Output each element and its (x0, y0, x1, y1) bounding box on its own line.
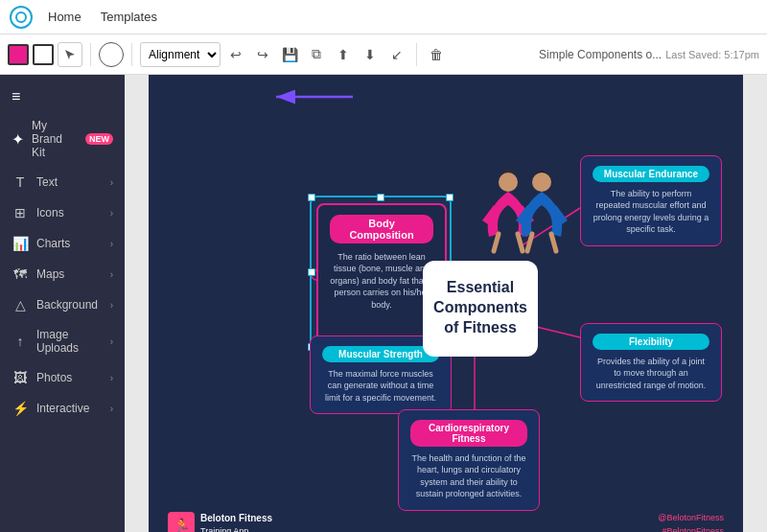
image-uploads-icon: ↑ (12, 334, 29, 349)
hamburger-icon[interactable]: ≡ (12, 88, 20, 105)
save-button[interactable]: 💾 (278, 43, 301, 66)
photos-icon: 🖼 (12, 370, 29, 385)
filename-label: Simple Components o... (539, 48, 662, 61)
muscular-endurance-title: Muscular Endurance (593, 166, 709, 182)
text-icon: T (12, 174, 29, 190)
handle-tl[interactable] (308, 194, 315, 201)
sidebar-interactive-label: Interactive (36, 402, 103, 415)
separator-3 (416, 43, 417, 66)
sidebar: ≡ ✦ My Brand Kit NEW T Text › ⊞ Icons › … (0, 75, 125, 532)
svg-point-9 (532, 173, 551, 192)
body-composition-body: The ratio between lean tissue (bone, mus… (330, 251, 433, 312)
social-hashtag: #BelotonFitness (658, 524, 724, 532)
flexibility-card[interactable]: Flexibility Provides the ability of a jo… (580, 323, 722, 403)
brand-kit-label: My Brand Kit (32, 119, 78, 159)
muscular-endurance-body: The ability to perform repeated muscular… (593, 188, 709, 236)
move-down-button[interactable]: ⬇ (359, 43, 382, 66)
brand-kit-icon: ✦ (12, 130, 24, 149)
sidebar-item-brand-kit[interactable]: ✦ My Brand Kit NEW (0, 111, 125, 167)
charts-icon: 📊 (12, 236, 29, 251)
social-handle: @BelotonFitness (658, 511, 724, 524)
brand-name: Beloton Fitness (200, 512, 272, 525)
toolbar: Alignment ↩ ↪ 💾 ⧉ ⬆ ⬇ ↙ 🗑 Simple Compone… (0, 35, 767, 75)
center-node-text: EssentialComponentsof Fitness (433, 278, 527, 337)
alignment-select[interactable]: Alignment (140, 42, 221, 67)
separator-1 (90, 43, 91, 66)
brand-icon: 🏃 (168, 512, 195, 533)
interactive-icon: ⚡ (12, 401, 29, 416)
muscular-strength-title: Muscular Strength (322, 346, 439, 362)
saved-label: Last Saved: 5:17pm (665, 49, 759, 60)
cardiorespiratory-card[interactable]: Cardiorespiratory Fitness The health and… (398, 409, 540, 511)
chevron-icon-uploads: › (110, 336, 113, 347)
pointer-tool[interactable] (58, 42, 82, 67)
main-area: ≡ ✦ My Brand Kit NEW T Text › ⊞ Icons › … (0, 75, 767, 532)
sidebar-item-background[interactable]: △ Background › (0, 289, 125, 320)
delete-button[interactable]: 🗑 (425, 43, 448, 66)
sidebar-item-photos[interactable]: 🖼 Photos › (0, 362, 125, 393)
body-composition-title: Body Composition (330, 215, 433, 243)
sidebar-item-image-uploads[interactable]: ↑ Image Uploads › (0, 320, 125, 362)
sidebar-uploads-label: Image Uploads (36, 328, 103, 355)
cardiorespiratory-title: Cardiorespiratory Fitness (410, 420, 527, 447)
move-up-button[interactable]: ⬆ (332, 43, 355, 66)
infographic-footer: 🏃 Beloton Fitness Training App @BelotonF… (149, 511, 743, 532)
fill-color-swatch[interactable] (8, 44, 29, 65)
muscular-strength-body: The maximal force muscles can generate w… (322, 368, 439, 405)
separator-2 (131, 43, 132, 66)
handle-ml[interactable] (308, 268, 315, 276)
purple-arrow-indicator (267, 82, 362, 111)
app-logo (10, 6, 33, 29)
svg-point-8 (499, 173, 518, 192)
move-back-button[interactable]: ↙ (385, 43, 408, 66)
sidebar-item-text[interactable]: T Text › (0, 167, 125, 197)
brand-text: Beloton Fitness Training App (200, 512, 272, 532)
maps-icon: 🗺 (12, 266, 29, 282)
infographic[interactable]: Body Composition The ratio between lean … (149, 75, 743, 532)
nav-home[interactable]: Home (44, 8, 85, 26)
chevron-icon-maps: › (110, 269, 113, 280)
sidebar-text-label: Text (36, 175, 103, 189)
handle-tm[interactable] (377, 194, 384, 201)
sidebar-item-charts[interactable]: 📊 Charts › (0, 228, 125, 259)
redo-button[interactable]: ↪ (251, 43, 274, 66)
yoga-figures (465, 165, 580, 251)
flexibility-title: Flexibility (593, 334, 709, 350)
sidebar-background-label: Background (36, 298, 103, 312)
sidebar-header: ≡ (0, 82, 125, 111)
muscular-endurance-card[interactable]: Muscular Endurance The ability to perfor… (580, 155, 722, 246)
new-badge: NEW (85, 133, 113, 145)
chevron-icon-charts: › (110, 239, 113, 249)
center-node: EssentialComponentsof Fitness (423, 261, 538, 357)
copy-button[interactable]: ⧉ (305, 43, 328, 66)
sidebar-item-interactive[interactable]: ⚡ Interactive › (0, 393, 125, 424)
stroke-color-swatch[interactable] (33, 44, 54, 65)
sidebar-item-icons[interactable]: ⊞ Icons › (0, 197, 125, 228)
circle-tool[interactable] (99, 42, 124, 67)
sidebar-icons-label: Icons (36, 206, 103, 220)
social-links: @BelotonFitness #BelotonFitness (658, 511, 724, 532)
chevron-icon-interactive: › (110, 404, 113, 414)
chevron-icon-photos: › (110, 373, 113, 383)
flexibility-body: Provides the ability of a joint to move … (593, 356, 709, 392)
top-bar: Home Templates (0, 0, 767, 35)
nav-templates[interactable]: Templates (97, 8, 161, 26)
undo-button[interactable]: ↩ (224, 43, 247, 66)
sidebar-item-maps[interactable]: 🗺 Maps › (0, 259, 125, 289)
sidebar-charts-label: Charts (36, 237, 103, 250)
sidebar-photos-label: Photos (36, 371, 103, 384)
sidebar-maps-label: Maps (36, 267, 103, 281)
icons-icon: ⊞ (12, 205, 29, 220)
handle-tr[interactable] (446, 194, 453, 201)
canvas-area[interactable]: Body Composition The ratio between lean … (125, 75, 767, 532)
background-icon: △ (12, 297, 29, 312)
chevron-icon-text: › (110, 177, 113, 188)
brand-subtitle: Training App (200, 525, 272, 532)
cardiorespiratory-body: The health and function of the heart, lu… (410, 452, 527, 500)
brand-logo: 🏃 Beloton Fitness Training App (168, 512, 272, 533)
chevron-icon-bg: › (110, 300, 113, 311)
chevron-icon-icons: › (110, 208, 113, 219)
